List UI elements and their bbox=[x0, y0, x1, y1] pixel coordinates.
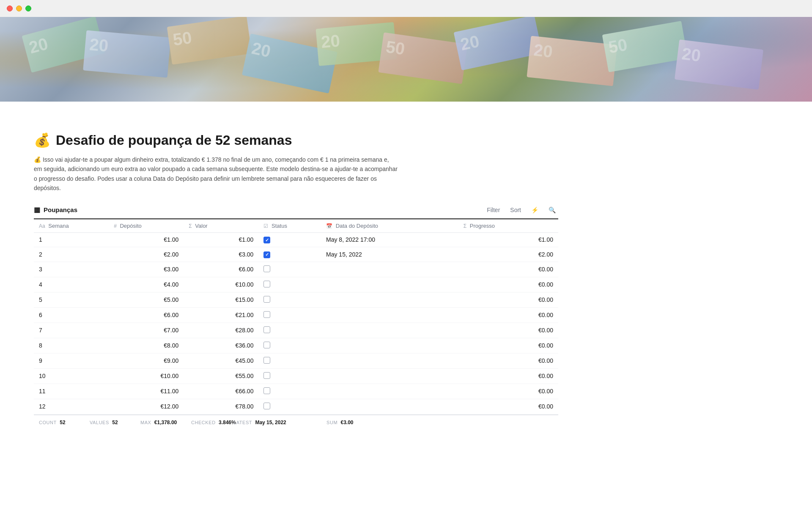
table-row: 5€5.00€15.00€0.00 bbox=[34, 292, 558, 307]
cell-status[interactable] bbox=[258, 292, 321, 307]
cell-status[interactable] bbox=[258, 307, 321, 323]
cell-progresso: €0.00 bbox=[458, 399, 558, 414]
col-header-progresso[interactable]: Σ Progresso bbox=[458, 219, 558, 233]
minimize-button[interactable] bbox=[16, 6, 22, 11]
cell-progresso: €0.00 bbox=[458, 368, 558, 384]
status-checkbox[interactable] bbox=[263, 326, 270, 333]
col-header-deposito[interactable]: # Depósito bbox=[109, 219, 184, 233]
table-row: 11€11.00€66.00€0.00 bbox=[34, 384, 558, 399]
cell-progresso: €0.00 bbox=[458, 338, 558, 353]
cell-data bbox=[321, 307, 458, 323]
cell-deposito: €8.00 bbox=[109, 338, 184, 353]
footer-valor: MAX €1,378.00 bbox=[135, 420, 186, 425]
cell-semana: 5 bbox=[34, 292, 109, 307]
cell-progresso: €0.00 bbox=[458, 292, 558, 307]
cell-valor: €66.00 bbox=[184, 384, 258, 399]
table-section: ▦ Poupanças Filter Sort ⚡ 🔍 Aa Semana bbox=[34, 205, 558, 429]
search-icon: 🔍 bbox=[549, 207, 556, 213]
cell-semana: 11 bbox=[34, 384, 109, 399]
status-checkbox[interactable] bbox=[263, 311, 270, 318]
cell-valor: €36.00 bbox=[184, 338, 258, 353]
cell-status[interactable] bbox=[258, 338, 321, 353]
cell-valor: €78.00 bbox=[184, 399, 258, 414]
status-checkbox[interactable] bbox=[263, 357, 270, 364]
cell-data bbox=[321, 262, 458, 277]
sort-button[interactable]: Sort bbox=[508, 205, 524, 215]
cell-status[interactable] bbox=[258, 277, 321, 292]
search-button[interactable]: 🔍 bbox=[546, 205, 558, 215]
status-checkbox[interactable] bbox=[263, 403, 270, 409]
table-row: 6€6.00€21.00€0.00 bbox=[34, 307, 558, 323]
cell-valor: €15.00 bbox=[184, 292, 258, 307]
table-grid-icon: ▦ bbox=[34, 206, 40, 214]
cell-semana: 4 bbox=[34, 277, 109, 292]
table-row: 8€8.00€36.00€0.00 bbox=[34, 338, 558, 353]
cell-status[interactable] bbox=[258, 323, 321, 338]
status-checkbox[interactable] bbox=[263, 342, 270, 348]
cell-status[interactable] bbox=[258, 262, 321, 277]
table-title-label: Poupanças bbox=[44, 206, 77, 213]
table-row: 1€1.00€1.00May 8, 2022 17:00€1.00 bbox=[34, 232, 558, 247]
status-checkbox[interactable] bbox=[263, 372, 270, 379]
table-controls: Filter Sort ⚡ 🔍 bbox=[484, 205, 558, 215]
status-checkbox[interactable] bbox=[263, 251, 270, 258]
footer-progresso: SUM €3.00 bbox=[321, 420, 389, 425]
page-description: 💰 Isso vai ajudar-te a poupar algum dinh… bbox=[34, 155, 398, 193]
maximize-button[interactable] bbox=[25, 6, 31, 11]
cell-deposito: €12.00 bbox=[109, 399, 184, 414]
status-checkbox[interactable] bbox=[263, 265, 270, 272]
lightning-button[interactable]: ⚡ bbox=[529, 205, 541, 215]
cell-deposito: €9.00 bbox=[109, 353, 184, 368]
data-table: Aa Semana # Depósito Σ Valor ☑ Status 📅 … bbox=[34, 218, 558, 414]
table-title: ▦ Poupanças bbox=[34, 206, 77, 214]
cell-valor: €3.00 bbox=[184, 247, 258, 262]
status-checkbox[interactable] bbox=[263, 387, 270, 394]
cell-semana: 12 bbox=[34, 399, 109, 414]
status-checkbox[interactable] bbox=[263, 237, 270, 243]
status-checkbox[interactable] bbox=[263, 296, 270, 303]
close-button[interactable] bbox=[7, 6, 13, 11]
cell-data bbox=[321, 353, 458, 368]
cell-data bbox=[321, 368, 458, 384]
cell-semana: 3 bbox=[34, 262, 109, 277]
cell-semana: 8 bbox=[34, 338, 109, 353]
cell-progresso: €0.00 bbox=[458, 262, 558, 277]
cell-deposito: €2.00 bbox=[109, 247, 184, 262]
cell-deposito: €6.00 bbox=[109, 307, 184, 323]
table-row: 10€10.00€55.00€0.00 bbox=[34, 368, 558, 384]
col-header-valor[interactable]: Σ Valor bbox=[184, 219, 258, 233]
col-header-data[interactable]: 📅 Data do Depósito bbox=[321, 219, 458, 233]
table-header-row: Aa Semana # Depósito Σ Valor ☑ Status 📅 … bbox=[34, 219, 558, 233]
cell-progresso: €0.00 bbox=[458, 384, 558, 399]
cell-data: May 15, 2022 bbox=[321, 247, 458, 262]
table-row: 12€12.00€78.00€0.00 bbox=[34, 399, 558, 414]
filter-button[interactable]: Filter bbox=[484, 205, 502, 215]
cell-status[interactable] bbox=[258, 353, 321, 368]
cell-data bbox=[321, 292, 458, 307]
table-row: 2€2.00€3.00May 15, 2022€2.00 bbox=[34, 247, 558, 262]
cell-status[interactable] bbox=[258, 247, 321, 262]
cell-status[interactable] bbox=[258, 232, 321, 247]
col-header-status[interactable]: ☑ Status bbox=[258, 219, 321, 233]
status-checkbox[interactable] bbox=[263, 281, 270, 287]
footer-status: CHECKED 3.846% bbox=[186, 420, 228, 425]
cell-deposito: €7.00 bbox=[109, 323, 184, 338]
cell-data bbox=[321, 384, 458, 399]
cell-data bbox=[321, 277, 458, 292]
cell-status[interactable] bbox=[258, 399, 321, 414]
footer-deposito: VALUES 52 bbox=[85, 420, 135, 425]
cell-data bbox=[321, 323, 458, 338]
cell-status[interactable] bbox=[258, 368, 321, 384]
page-title-icon: 💰 bbox=[34, 132, 51, 148]
table-row: 4€4.00€10.00€0.00 bbox=[34, 277, 558, 292]
footer-data: LATEST May 15, 2022 bbox=[228, 420, 321, 425]
cell-status[interactable] bbox=[258, 384, 321, 399]
cell-deposito: €5.00 bbox=[109, 292, 184, 307]
table-footer: COUNT 52 VALUES 52 MAX €1,378.00 CHECKED… bbox=[34, 414, 558, 429]
col-header-semana[interactable]: Aa Semana bbox=[34, 219, 109, 233]
hero-image: 20 20 50 20 20 50 20 20 50 20 bbox=[0, 17, 812, 102]
cell-valor: €1.00 bbox=[184, 232, 258, 247]
table-row: 7€7.00€28.00€0.00 bbox=[34, 323, 558, 338]
cell-semana: 2 bbox=[34, 247, 109, 262]
cell-valor: €21.00 bbox=[184, 307, 258, 323]
